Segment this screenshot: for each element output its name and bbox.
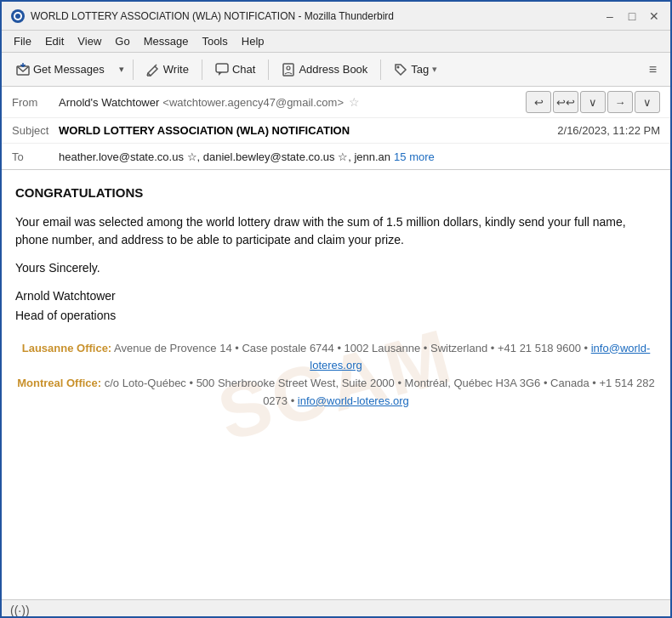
title-bar-left: WORLD LOTTERY ASSOCIATION (WLA) NOTIFICA…: [10, 9, 394, 24]
to-recipients: heather.love@state.co.us ☆, daniel.bewle…: [59, 150, 390, 163]
write-icon: [146, 63, 160, 77]
forward-button[interactable]: →: [607, 91, 633, 113]
write-button[interactable]: Write: [139, 59, 196, 81]
address-book-icon: [282, 63, 295, 77]
email-content: CONGRATULATIONS Your email was selected …: [15, 184, 657, 411]
from-name: Arnold's Watchtower: [59, 96, 159, 109]
write-label: Write: [163, 63, 189, 76]
hamburger-button[interactable]: ≡: [642, 59, 663, 81]
menu-edit[interactable]: Edit: [40, 33, 69, 49]
status-bar: ((·)): [2, 599, 670, 618]
signature-line-2: Arnold Watchtower: [15, 287, 657, 305]
menu-file[interactable]: File: [9, 33, 37, 49]
prev-email-button[interactable]: ∨: [580, 91, 606, 113]
body-paragraph-1: Your email was selected among the world …: [15, 213, 657, 249]
toolbar: Get Messages ▾ Write Chat Address Book: [2, 53, 670, 87]
email-header: From Arnold's Watchtower <watchtower.age…: [2, 87, 670, 170]
from-label: From: [12, 96, 59, 109]
title-bar: WORLD LOTTERY ASSOCIATION (WLA) NOTIFICA…: [2, 2, 670, 31]
tag-label: Tag: [411, 63, 429, 76]
svg-rect-8: [216, 64, 228, 72]
lausanne-label: Lausanne Office:: [22, 342, 111, 354]
to-row: To heather.love@state.co.us ☆, daniel.be…: [2, 144, 670, 169]
svg-point-11: [397, 65, 400, 68]
toolbar-divider-3: [268, 60, 269, 80]
email-date: 2/16/2023, 11:22 PM: [557, 124, 660, 137]
thunderbird-icon: [10, 9, 26, 24]
reply-all-button[interactable]: ↩↩: [553, 91, 578, 113]
chat-button[interactable]: Chat: [208, 59, 263, 81]
signature-line-1: Yours Sincerely.: [15, 259, 657, 277]
reply-button[interactable]: ↩: [526, 91, 551, 113]
subject-value: WORLD LOTTERY ASSOCIATION (WLA) NOTIFICA…: [59, 124, 350, 137]
footer-section: Lausanne Office: Avenue de Provence 14 •…: [15, 340, 657, 411]
from-row: From Arnold's Watchtower <watchtower.age…: [2, 87, 670, 118]
next-email-button[interactable]: ∨: [635, 91, 660, 113]
congratulations-heading: CONGRATULATIONS: [15, 184, 657, 203]
get-messages-label: Get Messages: [33, 63, 105, 76]
svg-line-7: [155, 65, 157, 66]
tag-button[interactable]: Tag ▾: [386, 59, 445, 81]
toolbar-divider-1: [133, 60, 134, 80]
subject-label: Subject: [12, 124, 59, 137]
email-nav-buttons: ↩ ↩↩ ∨ → ∨: [526, 91, 660, 113]
toolbar-divider-4: [380, 60, 381, 80]
maximize-button[interactable]: □: [624, 9, 640, 24]
menu-tools[interactable]: Tools: [196, 33, 232, 49]
chat-icon: [215, 63, 229, 77]
montreal-label: Montreal Office:: [17, 377, 101, 389]
title-bar-controls: – □ ✕: [602, 9, 662, 24]
get-messages-button[interactable]: Get Messages: [9, 59, 112, 81]
more-recipients-badge[interactable]: 15 more: [394, 150, 435, 163]
menu-message[interactable]: Message: [139, 33, 194, 49]
menu-view[interactable]: View: [72, 33, 106, 49]
content-area: From Arnold's Watchtower <watchtower.age…: [2, 87, 670, 599]
address-book-button[interactable]: Address Book: [274, 59, 375, 81]
connection-status-icon: ((·)): [10, 604, 30, 617]
from-email: <watchtower.agency47@gmail.com>: [162, 96, 344, 109]
address-book-label: Address Book: [299, 63, 367, 76]
to-label: To: [12, 150, 59, 163]
tag-icon: [394, 63, 407, 77]
menu-bar: File Edit View Go Message Tools Help: [2, 31, 670, 53]
close-button[interactable]: ✕: [646, 9, 662, 24]
menu-go[interactable]: Go: [110, 33, 134, 49]
svg-point-10: [287, 66, 290, 70]
menu-help[interactable]: Help: [236, 33, 270, 49]
lausanne-text: Avenue de Provence 14 • Case postale 674…: [111, 342, 588, 354]
subject-row: Subject WORLD LOTTERY ASSOCIATION (WLA) …: [2, 118, 670, 144]
from-star-icon[interactable]: ☆: [349, 95, 360, 109]
tag-dropdown-arrow: ▾: [432, 64, 437, 75]
montreal-email-link[interactable]: info@world-loteres.org: [298, 394, 409, 407]
chat-label: Chat: [232, 63, 255, 76]
get-messages-icon: [16, 63, 30, 77]
email-body: SCAM CONGRATULATIONS Your email was sele…: [2, 170, 670, 599]
window-title: WORLD LOTTERY ASSOCIATION (WLA) NOTIFICA…: [31, 10, 394, 22]
signature-line-3: Head of operations: [15, 307, 657, 325]
toolbar-divider-2: [202, 60, 202, 80]
svg-point-2: [15, 14, 20, 19]
minimize-button[interactable]: –: [602, 9, 618, 24]
get-messages-dropdown[interactable]: ▾: [116, 60, 128, 79]
